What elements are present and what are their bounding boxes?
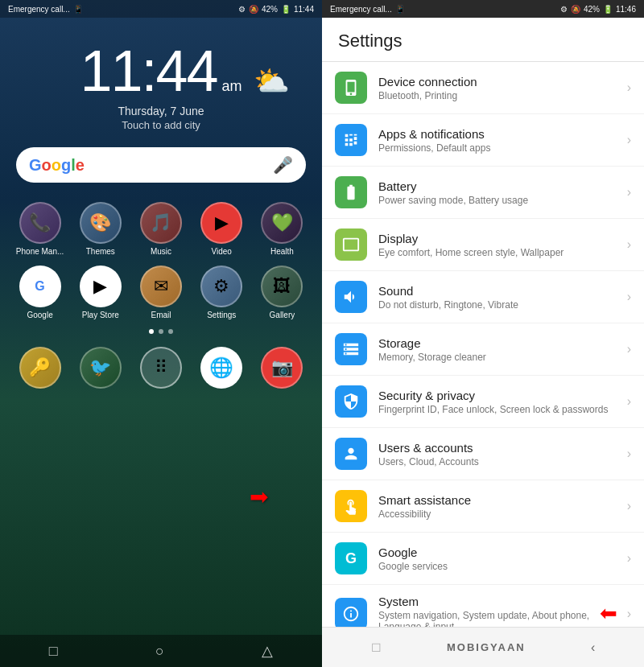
system-chevron: › — [627, 607, 631, 621]
settings-item-display[interactable]: Display Eye comfort, Home screen style, … — [322, 219, 644, 271]
sound-text: Sound Do not disturb, Ringtone, Vibrate — [378, 284, 621, 311]
left-status-right: Emergency call... 📱 — [330, 5, 405, 14]
google-text: Google Google services — [378, 546, 621, 572]
app-gallery-icon: 🖼 — [261, 266, 303, 307]
dock-bird-icon: 🐦 — [80, 347, 122, 389]
security-text: Security & privacy Fingerprint ID, Face … — [378, 389, 621, 415]
display-chevron: › — [627, 237, 631, 252]
battery-chevron: › — [627, 185, 631, 200]
google-chevron: › — [627, 551, 631, 566]
clock-city: Touch to add city — [0, 119, 322, 131]
app-play-store[interactable]: ▶ Play Store — [73, 266, 127, 319]
settings-item-sound[interactable]: Sound Do not disturb, Ringtone, Vibrate … — [322, 271, 644, 323]
sound-chevron: › — [627, 290, 631, 304]
settings-item-security[interactable]: Security & privacy Fingerprint ID, Face … — [322, 376, 644, 428]
dock-chrome[interactable]: 🌐 — [195, 347, 249, 389]
settings-header: Settings — [322, 18, 644, 62]
dot-3 — [168, 329, 173, 334]
page-dots — [0, 329, 322, 334]
security-chevron: › — [627, 394, 631, 409]
security-title: Security & privacy — [378, 389, 621, 402]
battery-icon-item — [335, 176, 367, 208]
users-subtitle: Users, Cloud, Accounts — [378, 456, 621, 467]
app-google-label: Google — [27, 311, 52, 319]
device-connection-text: Device connection Bluetooth, Printing — [378, 75, 621, 101]
settings-item-smart-assistance[interactable]: Smart assistance Accessibility › — [322, 480, 644, 533]
time-left: 11:44 — [294, 5, 314, 14]
display-subtitle: Eye comfort, Home screen style, Wallpape… — [378, 247, 621, 258]
google-logo: Google — [29, 156, 85, 175]
battery-subtitle: Power saving mode, Battery usage — [378, 195, 621, 206]
system-subtitle: System navigation, System update, About … — [378, 610, 600, 627]
smart-assistance-icon — [335, 490, 367, 522]
search-bar[interactable]: Google 🎤 — [16, 147, 306, 183]
weather-icon: ⛅ — [254, 64, 290, 98]
settings-item-apps-notifications[interactable]: Apps & notifications Permissions, Defaul… — [322, 114, 644, 167]
device-connection-icon — [335, 72, 367, 104]
app-phone-label: Phone Man... — [16, 247, 64, 256]
nav-recent-left[interactable]: △ — [262, 642, 273, 660]
dock-key[interactable]: 🔑 — [13, 347, 67, 389]
app-music[interactable]: 🎵 Music — [134, 202, 188, 256]
app-music-icon: 🎵 — [140, 202, 182, 244]
battery-left: 42% — [262, 5, 278, 14]
storage-text: Storage Memory, Storage cleaner — [378, 336, 621, 363]
battery-icon-left: 🔋 — [281, 5, 291, 14]
right-panel: Emergency call... 📱 ⚙ 🔕 42% 🔋 11:46 Sett… — [322, 0, 644, 667]
nav-back-left[interactable]: □ — [49, 643, 58, 660]
red-arrow-right: ⬅ — [600, 601, 617, 626]
display-icon — [335, 229, 367, 261]
settings-item-system[interactable]: System System navigation, System update,… — [322, 585, 644, 627]
app-phone-icon: 📞 — [19, 202, 61, 244]
right-status-left: ⚙ 🔕 42% 🔋 11:44 — [238, 5, 314, 14]
settings-item-users[interactable]: Users & accounts Users, Cloud, Accounts … — [322, 428, 644, 480]
settings-item-battery[interactable]: Battery Power saving mode, Battery usage… — [322, 167, 644, 219]
app-email[interactable]: ✉ Email — [134, 266, 188, 319]
sound-icon — [335, 281, 367, 313]
nav-home-left[interactable]: ○ — [155, 643, 164, 660]
system-icon — [335, 598, 367, 628]
settings-icon-status: ⚙ — [238, 5, 246, 14]
security-icon — [335, 385, 367, 418]
storage-chevron: › — [627, 342, 631, 356]
settings-item-storage[interactable]: Storage Memory, Storage cleaner › — [322, 323, 644, 376]
emergency-call-right: Emergency call... — [330, 5, 392, 14]
dock-apps[interactable]: ⠿ — [134, 347, 188, 389]
app-health[interactable]: 💚 Health — [255, 202, 309, 256]
nav-back-right[interactable]: ‹ — [591, 640, 595, 655]
display-text: Display Eye comfort, Home screen style, … — [378, 232, 621, 258]
dot-2 — [159, 329, 163, 334]
dock-bird[interactable]: 🐦 — [73, 347, 127, 389]
users-chevron: › — [627, 447, 631, 461]
app-google[interactable]: G Google — [13, 266, 67, 319]
app-health-label: Health — [270, 247, 294, 256]
app-themes-icon: 🎨 — [80, 202, 122, 244]
app-video-label: Video — [211, 247, 231, 256]
storage-subtitle: Memory, Storage cleaner — [378, 352, 621, 363]
settings-item-google[interactable]: G Google Google services › — [322, 533, 644, 585]
mute-icon-right: 🔕 — [571, 5, 580, 14]
checkbox-bottom: ☐ — [371, 641, 382, 654]
mic-icon[interactable]: 🎤 — [273, 155, 293, 175]
app-phone-manager[interactable]: 📞 Phone Man... — [13, 202, 67, 256]
app-gallery[interactable]: 🖼 Gallery — [255, 266, 309, 319]
settings-icon-right: ⚙ — [560, 5, 568, 14]
emergency-call-left: Emergency call... — [8, 5, 70, 14]
app-themes[interactable]: 🎨 Themes — [73, 202, 127, 256]
settings-item-device-connection[interactable]: Device connection Bluetooth, Printing › — [322, 62, 644, 114]
status-bar-right: Emergency call... 📱 ⚙ 🔕 42% 🔋 11:46 — [322, 0, 644, 18]
google-icon-item: G — [335, 542, 367, 574]
battery-title: Battery — [378, 179, 621, 193]
bottom-bar-right: ☐ MOBIGYAAN ‹ — [322, 627, 644, 667]
mute-icon: 🔕 — [249, 5, 258, 14]
app-email-label: Email — [151, 311, 171, 319]
app-settings[interactable]: ⚙ Settings — [195, 266, 249, 319]
apps-notifications-subtitle: Permissions, Default apps — [378, 142, 621, 154]
smart-assistance-chevron: › — [627, 499, 631, 513]
left-panel: Emergency call... 📱 ⚙ 🔕 42% 🔋 11:44 11:4… — [0, 0, 322, 667]
dock-camera[interactable]: 📷 — [255, 347, 309, 389]
apps-row2: G Google ▶ Play Store ✉ Email ⚙ Settings… — [0, 262, 322, 323]
app-video[interactable]: ▶ Video — [195, 202, 249, 256]
apps-notifications-icon — [335, 124, 367, 156]
smart-assistance-subtitle: Accessibility — [378, 508, 621, 520]
